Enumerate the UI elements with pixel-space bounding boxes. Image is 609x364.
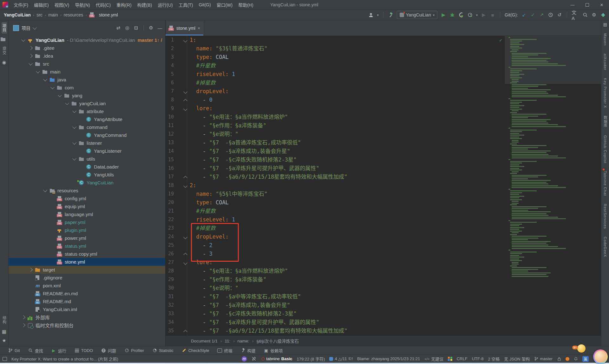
- toolbar-button-Profiler[interactable]: Profiler: [121, 346, 147, 354]
- git-branch-widget[interactable]: master: [534, 356, 553, 361]
- toolbar-button-TODO[interactable]: TODO: [71, 346, 96, 354]
- tree-row[interactable]: target: [9, 266, 165, 274]
- tree-row[interactable]: CYangListener: [9, 147, 165, 155]
- debug-bug-icon[interactable]: [449, 12, 455, 18]
- code-minimap[interactable]: [505, 36, 601, 335]
- build-hammer-icon[interactable]: [388, 12, 394, 18]
- fold-close-icon[interactable]: [183, 330, 187, 334]
- chevron-right-icon[interactable]: [29, 268, 33, 272]
- tree-row[interactable]: YangCuiLian - D:\Game\develop\YangCuiLia…: [9, 36, 165, 44]
- ai-suggestion-widget[interactable]: </> 无建议: [424, 356, 443, 362]
- doc-breadcrumb-item[interactable]: §6§l次十八级淬炼宝石: [256, 338, 299, 344]
- locate-file-icon[interactable]: ◎: [124, 25, 130, 31]
- sidebar-tab-GitHub Copilot[interactable]: GitHub Copilot: [603, 134, 607, 165]
- tree-row[interactable]: attribute: [9, 107, 165, 115]
- toolbar-button-CheckStyle[interactable]: CheckStyle: [178, 346, 213, 354]
- tree-row[interactable]: resources: [9, 187, 165, 195]
- chevron-down-icon[interactable]: [65, 101, 69, 105]
- breadcrumb-item[interactable]: src: [36, 12, 43, 17]
- tree-row[interactable]: status copy.yml: [9, 250, 165, 258]
- toolbar-button-运行[interactable]: ▶运行: [48, 346, 70, 354]
- sidebar-tab-aiXcoder[interactable]: aiXcoder: [603, 52, 607, 72]
- fold-close-icon[interactable]: [183, 253, 187, 257]
- inspections-ok-icon[interactable]: ✓: [499, 37, 502, 43]
- breadcrumb-item[interactable]: main: [48, 12, 58, 17]
- structure-grid-icon[interactable]: ▦: [1, 329, 7, 335]
- tree-row[interactable]: 临时文件和控制台: [9, 321, 165, 329]
- menu-item[interactable]: Git(G): [196, 0, 214, 10]
- menu-item[interactable]: 视图(V): [52, 0, 72, 10]
- breadcrumb-item[interactable]: resources: [64, 12, 83, 17]
- sidebar-tab-Key Promoter X[interactable]: Key Promoter X: [603, 76, 607, 110]
- tree-row[interactable]: power.yml: [9, 234, 165, 242]
- minimize-icon[interactable]: —: [565, 0, 580, 10]
- notifications-icon[interactable]: ▤: [602, 22, 608, 27]
- chevron-right-icon[interactable]: [21, 315, 25, 319]
- settings-gear-icon[interactable]: ⚙: [591, 12, 597, 18]
- sidebar-tab-项目[interactable]: 项目: [2, 22, 7, 34]
- tree-row[interactable]: utils: [9, 155, 165, 163]
- chevron-down-icon[interactable]: [33, 25, 37, 29]
- chevron-right-icon[interactable]: [21, 323, 25, 327]
- schema-widget[interactable]: 无 JSON 架构: [504, 356, 530, 362]
- fold-open-icon[interactable]: [183, 90, 187, 94]
- close-tab-icon[interactable]: ×: [198, 26, 200, 31]
- tree-row[interactable]: .idea: [9, 52, 165, 60]
- toolbar-button-终端[interactable]: >_终端: [214, 346, 236, 354]
- collapse-all-icon[interactable]: ⊟: [133, 25, 139, 31]
- tree-row[interactable]: command: [9, 123, 165, 131]
- toolbar-button-Git[interactable]: Git: [4, 346, 23, 354]
- tab-stone-yml[interactable]: stone.yml ×: [166, 21, 203, 35]
- floating-plugin-button[interactable]: 9+: [577, 344, 586, 353]
- input-method-badge[interactable]: 英: [582, 356, 589, 362]
- tree-row[interactable]: .gitignore: [9, 274, 165, 282]
- line-separator-widget[interactable]: CRLF: [457, 356, 468, 361]
- chevron-right-icon[interactable]: [29, 54, 33, 58]
- encoding-widget[interactable]: UTF-8: [472, 356, 484, 361]
- coverage-icon[interactable]: [458, 12, 464, 18]
- gear-icon[interactable]: ⚙: [148, 25, 154, 31]
- toolbar-button-问题[interactable]: !问题: [98, 346, 120, 354]
- project-panel-title[interactable]: 项目: [22, 25, 30, 31]
- user-icon[interactable]: [368, 12, 374, 18]
- pen-disabled-icon[interactable]: [251, 356, 257, 362]
- tree-row[interactable]: plugin.yml: [9, 226, 165, 234]
- tree-row[interactable]: src: [9, 60, 165, 68]
- star-icon[interactable]: ★: [1, 338, 7, 343]
- git-push-icon[interactable]: ↗: [539, 12, 545, 18]
- aixcoder-icon[interactable]: ΛX: [242, 356, 247, 361]
- chevron-down-icon[interactable]: [72, 109, 76, 113]
- menu-item[interactable]: 构建(B): [134, 0, 155, 10]
- git-commit-check-icon[interactable]: ✓: [530, 12, 536, 18]
- chevron-down-icon[interactable]: [36, 69, 40, 73]
- toolbar-button-依赖项[interactable]: ▣依赖项: [260, 346, 286, 354]
- tree-row[interactable]: equip.yml: [9, 202, 165, 210]
- doc-breadcrumb-item[interactable]: name:: [238, 339, 250, 343]
- fold-open-icon[interactable]: [183, 184, 187, 188]
- tabnine-widget[interactable]: ⬡ tabnine Basic: [261, 356, 292, 361]
- commit-icon[interactable]: ◉: [1, 60, 7, 65]
- toolbar-button-查找[interactable]: 查找: [25, 346, 47, 354]
- tree-row[interactable]: language.yml: [9, 210, 165, 218]
- toolbar-button-Statistic[interactable]: Statistic: [149, 346, 177, 354]
- tree-row[interactable]: C▶YangCuiLian: [9, 179, 165, 187]
- indent-widget[interactable]: 2 空格: [488, 356, 500, 362]
- tree-row[interactable]: YangCuiLian.iml: [9, 305, 165, 313]
- chevron-down-icon[interactable]: [50, 85, 55, 89]
- git-blame[interactable]: Blame: zhaoyang 2025/1/23 21:21: [357, 356, 420, 361]
- bell-icon[interactable]: [574, 356, 578, 362]
- search-everywhere-icon[interactable]: [582, 12, 588, 18]
- chevron-down-icon[interactable]: [72, 156, 76, 161]
- scroll-from-source-icon[interactable]: ⇄: [115, 25, 121, 31]
- tree-row[interactable]: CDataLoader: [9, 163, 165, 171]
- theme-palette-icon[interactable]: [448, 357, 452, 361]
- sidebar-tab-RestServices[interactable]: RestServices: [603, 202, 607, 231]
- tree-row[interactable]: 外部库: [9, 313, 165, 321]
- notification-dot-icon[interactable]: [566, 357, 569, 361]
- lock-icon[interactable]: [557, 356, 561, 362]
- tree-row[interactable]: config.yml: [9, 195, 165, 202]
- doc-breadcrumb-item[interactable]: 11:: [225, 339, 230, 343]
- chevron-right-icon[interactable]: [29, 46, 33, 50]
- tree-row[interactable]: main: [9, 68, 165, 76]
- profiler-icon[interactable]: [467, 12, 473, 18]
